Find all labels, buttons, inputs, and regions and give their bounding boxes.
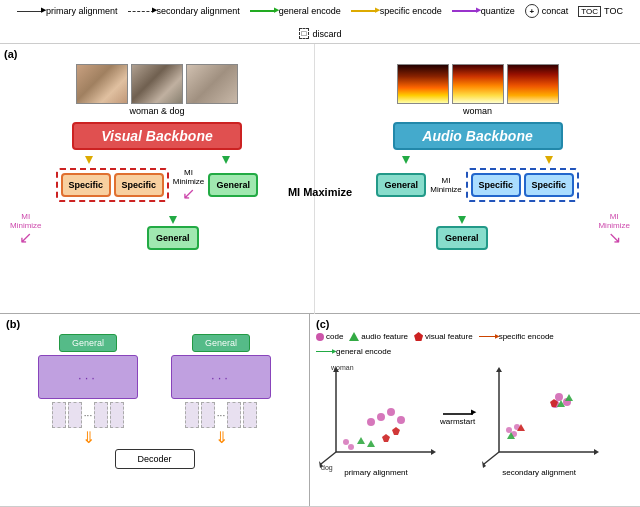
legend-c-visual: visual feature <box>414 332 473 341</box>
decoder-container: Decoder <box>6 449 303 469</box>
visual-caption: woman & dog <box>0 106 314 116</box>
legend-c-general: ▶ general encode <box>316 347 391 356</box>
warmstart-arrow: ▶ <box>443 413 473 415</box>
panel-c: (c) code audio feature visual feature ▶ … <box>310 314 640 506</box>
enc-small-rects-1: ··· <box>52 402 124 428</box>
thumb-audio-2 <box>452 64 504 104</box>
axis-2-container: secondary alignment <box>479 362 599 477</box>
legend-c-specific: ▶ specific encode <box>479 332 554 341</box>
legend-general-encode-label: general encode <box>279 6 341 16</box>
thumb-audio-1 <box>397 64 449 104</box>
axes-area: dog woman <box>316 362 634 477</box>
warmstart-label: warmstart <box>440 417 475 426</box>
legend-code-label: code <box>326 332 343 341</box>
svg-line-22 <box>484 452 499 464</box>
specific-dashed-group: Specific Specific <box>56 168 169 202</box>
mi-minimize-left: MI Minimize ↙ <box>173 168 205 202</box>
feat-specific-audio-right: Specific <box>524 173 574 197</box>
legend-discard: □ discard <box>299 28 342 39</box>
feat-general-audio-lower: General <box>436 226 488 250</box>
legend-primary: ▶ primary alignment <box>17 6 118 16</box>
audio-arrows <box>315 154 640 164</box>
svg-point-17 <box>343 439 349 445</box>
legend-concat: + concat <box>525 4 569 18</box>
axis-1-container: dog woman <box>316 362 436 477</box>
arrow-down-1: ⇓ <box>82 428 95 447</box>
svg-point-11 <box>397 416 405 424</box>
thumb-woman <box>76 64 128 104</box>
enc-small-rects-2: ··· <box>185 402 257 428</box>
visual-arrows <box>0 154 314 164</box>
encoder-block-1: General ··· ··· ⇓ <box>26 334 151 447</box>
general-box-1: General <box>59 334 117 352</box>
svg-marker-21 <box>496 367 502 372</box>
feat-general-audio: General <box>376 173 426 197</box>
svg-marker-14 <box>382 434 390 442</box>
audio-side: woman Audio Backbone General MI Minimize… <box>315 44 640 314</box>
legend-secondary-label: secondary alignment <box>157 6 240 16</box>
mi-min-audio-mid: MI Minimize <box>430 176 462 194</box>
panel-b: (b) General ··· ··· ⇓ General <box>0 314 310 506</box>
legend-concat-label: concat <box>542 6 569 16</box>
svg-point-10 <box>387 408 395 416</box>
visual-thumbnails <box>0 44 314 104</box>
feat-specific-audio-left: Specific <box>471 173 521 197</box>
svg-marker-1 <box>431 449 436 455</box>
legend-quantize-label: quantize <box>481 6 515 16</box>
visual-lower-section: MI Minimize ↙ General <box>0 208 314 250</box>
legend-quantize: ▶ quantize <box>452 6 515 16</box>
svg-marker-19 <box>594 449 599 455</box>
legend-specific-encode-label: specific encode <box>380 6 442 16</box>
legend-audio-label: audio feature <box>361 332 408 341</box>
svg-marker-12 <box>357 437 365 444</box>
legend-c-audio: audio feature <box>349 332 408 341</box>
audio-general-lower-container: General <box>325 216 598 250</box>
encoder-block-2: General ··· ··· ⇓ <box>159 334 284 447</box>
decoder-box: Decoder <box>115 449 195 469</box>
legend-general-encode: ▶ general encode <box>250 6 341 16</box>
thumb-interior <box>186 64 238 104</box>
legend-specific-encode: ▶ specific encode <box>351 6 442 16</box>
thumb-dog <box>131 64 183 104</box>
svg-point-16 <box>348 444 354 450</box>
svg-line-4 <box>321 452 336 464</box>
svg-point-8 <box>367 418 375 426</box>
legend-discard-label: discard <box>312 29 341 39</box>
svg-marker-15 <box>392 427 400 435</box>
legend-c-code: code <box>316 332 343 341</box>
feat-general-lower: General <box>147 226 199 250</box>
warmstart-container: ▶ warmstart <box>440 413 475 426</box>
feat-specific-mid: Specific <box>114 173 164 197</box>
audio-backbone-box: Audio Backbone <box>393 122 563 150</box>
visual-side: woman & dog Visual Backbone Specific Spe… <box>0 44 315 314</box>
visual-backbone-box: Visual Backbone <box>72 122 242 150</box>
legend-toc-label: TOC <box>604 6 623 16</box>
mi-min-audio-lower: MI Minimize ↘ <box>598 212 630 246</box>
panel-b-encoders: General ··· ··· ⇓ General ··· <box>6 334 303 447</box>
svg-point-31 <box>506 427 512 433</box>
general-lower-container: General <box>42 216 304 250</box>
mi-min-label: MI <box>184 168 193 177</box>
axis-svg-2 <box>479 362 599 467</box>
audio-feature-row: General MI Minimize Specific Specific <box>315 168 640 202</box>
svg-marker-28 <box>565 394 573 401</box>
secondary-label: secondary alignment <box>502 468 576 477</box>
panel-b-label: (b) <box>6 318 20 330</box>
audio-lower-section: General MI Minimize ↘ <box>315 208 640 250</box>
audio-thumbnails <box>315 44 640 104</box>
svg-text:woman: woman <box>330 364 354 371</box>
mi-maximize-center: MI Maximize <box>288 186 352 198</box>
legend-specific-label: specific encode <box>499 332 554 341</box>
general-box-2: General <box>192 334 250 352</box>
feat-general-visual: General <box>208 173 258 197</box>
arrow-down-2: ⇓ <box>215 428 228 447</box>
svg-marker-13 <box>367 440 375 447</box>
mi-min-lower: MI Minimize ↙ <box>10 212 42 246</box>
legend-general-label: general encode <box>336 347 391 356</box>
legend-row: ▶ primary alignment ▶ secondary alignmen… <box>0 0 640 44</box>
bottom-panels: (b) General ··· ··· ⇓ General <box>0 314 640 506</box>
thumb-audio-3 <box>507 64 559 104</box>
svg-point-9 <box>377 413 385 421</box>
panel-a: (a) woman & dog Visual Backbone <box>0 44 640 314</box>
enc-rect-1: ··· <box>38 355 138 399</box>
